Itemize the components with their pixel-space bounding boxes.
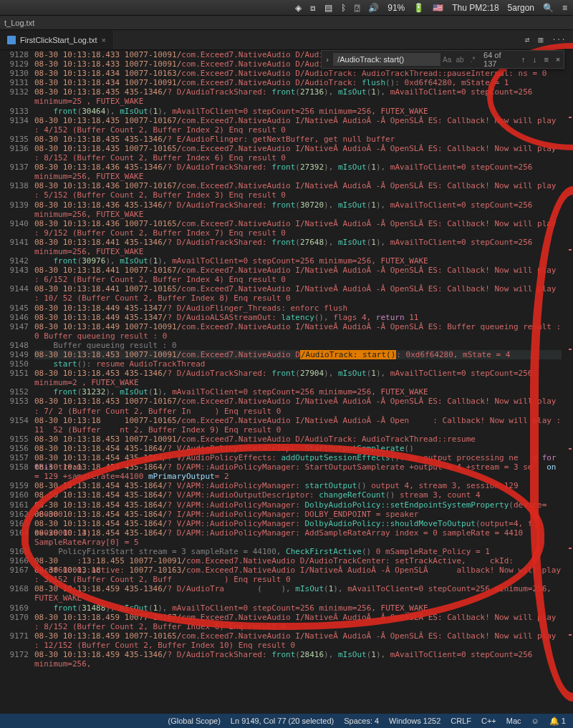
flag-icon: 🇺🇸	[433, 3, 443, 13]
status-os[interactable]: Mac	[506, 717, 521, 725]
regex-icon[interactable]: .*	[466, 56, 479, 64]
tab-file[interactable]: FirstClickStart_Log.txt ×	[0, 30, 114, 49]
status-language[interactable]: C++	[481, 717, 496, 725]
disk-icon: ▤	[324, 3, 332, 13]
find-input[interactable]	[333, 53, 440, 66]
editor[interactable]: 9128 9129 9130 9131 9132 9133 9134 9135 …	[0, 50, 573, 714]
clock: Thu PM2:18	[452, 3, 499, 13]
status-encoding[interactable]: Windows 1252	[389, 717, 440, 725]
whole-word-icon[interactable]: ab	[453, 56, 466, 64]
chevron-right-icon[interactable]: ›	[322, 55, 333, 64]
line-number-gutter: 9128 9129 9130 9131 9132 9133 9134 9135 …	[0, 50, 34, 714]
status-scope[interactable]: (Global Scope)	[168, 717, 220, 725]
find-next-icon[interactable]: ↓	[529, 55, 540, 64]
split-editor-icon[interactable]: ▥	[539, 35, 544, 44]
find-bar: › Aa ab .* 64 of 137 ↑ ↓ ≡ ×	[321, 50, 564, 69]
status-notifications[interactable]: 🔔 1	[549, 717, 566, 726]
status-eol[interactable]: CRLF	[451, 717, 471, 725]
text-file-icon	[7, 36, 16, 44]
find-close-icon[interactable]: ×	[552, 55, 564, 64]
close-icon[interactable]: ×	[102, 36, 106, 44]
spotlight-icon[interactable]: 🔍	[543, 3, 554, 13]
minimap[interactable]	[562, 50, 573, 714]
find-in-selection-icon[interactable]: ≡	[541, 55, 552, 64]
wifi-icon: ⍰	[355, 3, 360, 13]
status-bar: (Global Scope) Ln 9149, Col 77 (20 selec…	[0, 714, 573, 728]
more-icon[interactable]: ···	[552, 35, 566, 44]
window-titlebar: t_Log.txt	[0, 16, 573, 30]
find-count: 64 of 137	[479, 51, 517, 68]
status-cursor-pos[interactable]: Ln 9149, Col 77 (20 selected)	[231, 717, 334, 725]
code-area[interactable]: 08-30 10:13:18.433 10077-10091/com.Excee…	[34, 50, 562, 714]
find-prev-icon[interactable]: ↑	[517, 55, 529, 64]
user-name: 5argon	[508, 3, 534, 13]
menu-icon[interactable]: ≡	[562, 3, 567, 13]
tab-label: FirstClickStart_Log.txt	[20, 36, 97, 44]
volume-icon: 🔊	[368, 3, 379, 13]
tab-row: FirstClickStart_Log.txt × ⇄ ▥ ···	[0, 30, 573, 50]
unity-icon: ◈	[295, 3, 302, 13]
dropbox-icon: ⧈	[310, 3, 316, 13]
match-case-icon[interactable]: Aa	[440, 56, 453, 64]
bluetooth-icon: ᛒ	[341, 3, 346, 13]
battery-icon: 🔋	[413, 3, 424, 13]
window-filename: t_Log.txt	[4, 19, 34, 27]
status-indent[interactable]: Spaces: 4	[344, 717, 379, 725]
compare-changes-icon[interactable]: ⇄	[525, 35, 530, 44]
mac-menubar: ◈ ⧈ ▤ ᛒ ⍰ 🔊 91% 🔋 🇺🇸 Thu PM2:18 5argon 🔍…	[0, 0, 573, 16]
battery-pct: 91%	[387, 3, 405, 13]
status-smiley-icon[interactable]: ☺	[531, 717, 539, 725]
